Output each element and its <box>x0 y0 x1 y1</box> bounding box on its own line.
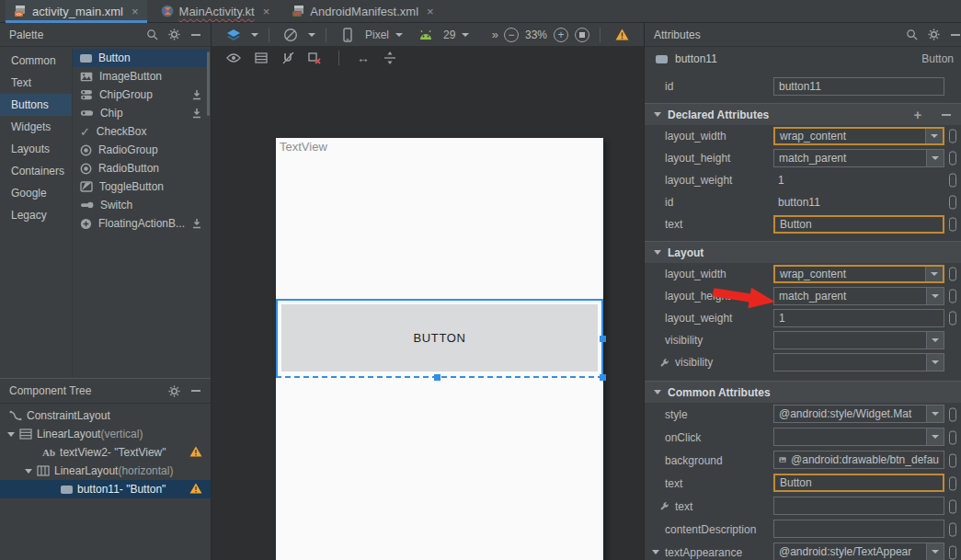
category-layouts[interactable]: Layouts <box>0 138 72 160</box>
palette-item-togglebutton[interactable]: ToggleButton <box>73 177 210 196</box>
tools-attribute-toggle[interactable] <box>949 312 956 326</box>
resize-handle-corner[interactable] <box>600 374 606 381</box>
tree-node-button11[interactable]: button11- "Button" <box>0 480 211 498</box>
palette-item-chipgroup[interactable]: ChipGroup <box>73 86 210 104</box>
api-selector[interactable]: 29 <box>443 29 455 41</box>
remove-attribute-button[interactable] <box>935 106 957 124</box>
tools-attribute-toggle[interactable] <box>949 218 956 232</box>
tab-mainactivity-kt[interactable]: MainActivity.kt × <box>153 0 279 22</box>
text-input[interactable]: Button <box>773 215 944 234</box>
layout-height-dropdown[interactable]: match_parent <box>773 287 944 305</box>
resize-handle-bottom[interactable] <box>434 374 440 381</box>
zoom-in-button[interactable]: + <box>554 28 568 42</box>
collapse-icon[interactable] <box>654 390 661 394</box>
hide-panel-icon[interactable] <box>185 26 207 44</box>
collapse-icon[interactable] <box>7 432 15 437</box>
tools-attribute-toggle[interactable] <box>949 174 956 188</box>
warnings-errors-icon[interactable] <box>611 26 633 44</box>
layout-width-dropdown[interactable]: wrap_content <box>773 265 944 283</box>
add-attribute-button[interactable]: + <box>907 106 929 124</box>
palette-item-radiobutton[interactable]: RadioButton <box>73 159 210 177</box>
clear-constraints-icon[interactable] <box>308 51 321 64</box>
chevron-down-icon[interactable] <box>926 406 944 422</box>
chevron-down-icon[interactable] <box>925 129 943 143</box>
warning-icon[interactable] <box>189 483 202 494</box>
gear-icon[interactable] <box>163 382 185 400</box>
orientation-icon[interactable] <box>280 26 302 44</box>
tools-text-input[interactable] <box>773 497 944 515</box>
palette-item-imagebutton[interactable]: ImageButton <box>73 67 210 86</box>
section-declared-attributes[interactable]: Declared Attributes + <box>645 103 961 125</box>
tools-attribute-toggle[interactable] <box>949 453 956 467</box>
device-icon[interactable] <box>337 26 359 44</box>
tools-attribute-toggle[interactable] <box>949 522 956 536</box>
category-containers[interactable]: Containers <box>0 160 72 182</box>
default-margins-icon[interactable] <box>383 51 396 64</box>
layout-weight-input[interactable]: 1 <box>773 309 944 327</box>
chevron-down-icon[interactable] <box>308 33 315 37</box>
tools-attribute-toggle[interactable] <box>949 499 956 513</box>
visibility-dropdown[interactable] <box>773 331 944 349</box>
palette-item-switch[interactable]: Switch <box>73 196 210 214</box>
onclick-dropdown[interactable] <box>773 428 944 446</box>
tools-attribute-toggle[interactable] <box>949 430 956 444</box>
resize-handle-right[interactable] <box>600 336 606 342</box>
id-input[interactable]: button11 <box>773 77 944 96</box>
collapse-icon[interactable] <box>654 250 661 255</box>
layout-width-dropdown[interactable]: wrap_content <box>773 127 944 145</box>
overflow-chevrons-icon[interactable]: » <box>492 28 498 41</box>
textview-widget[interactable]: TextView <box>280 140 327 154</box>
category-widgets[interactable]: Widgets <box>0 116 72 138</box>
chevron-down-icon[interactable] <box>926 354 944 371</box>
palette-scrollbar[interactable] <box>207 51 210 116</box>
layout-height-dropdown[interactable]: match_parent <box>773 149 944 167</box>
collapse-icon[interactable] <box>25 469 32 474</box>
section-layout[interactable]: Layout <box>645 241 961 263</box>
tools-visibility-dropdown[interactable] <box>773 353 944 371</box>
tab-activity-main-xml[interactable]: activity_main.xml × <box>6 0 147 22</box>
category-google[interactable]: Google <box>0 182 72 204</box>
search-icon[interactable] <box>141 26 163 44</box>
tab-close-icon[interactable]: × <box>263 5 270 18</box>
device-screen-canvas[interactable]: TextView BUTTON <box>276 138 603 560</box>
palette-item-floatingactionbutton[interactable]: FloatingActionB... <box>73 214 210 233</box>
tools-attribute-toggle[interactable] <box>949 407 956 421</box>
section-common-attributes[interactable]: Common Attributes <box>645 381 961 403</box>
tree-node-textview2[interactable]: Ab textView2- "TextView" <box>0 443 211 462</box>
chevron-down-icon[interactable] <box>251 33 258 37</box>
chevron-down-icon[interactable] <box>926 288 944 304</box>
background-input[interactable]: @android:drawable/btn_defau <box>773 451 944 469</box>
zoom-to-fit-button[interactable] <box>575 28 589 42</box>
download-icon[interactable] <box>191 108 202 119</box>
design-mode-icon[interactable] <box>223 26 245 44</box>
category-text[interactable]: Text <box>0 72 72 94</box>
chevron-down-icon[interactable] <box>462 33 469 37</box>
selection-rectangle[interactable]: BUTTON <box>276 299 603 378</box>
palette-item-radiogroup[interactable]: RadioGroup <box>73 141 210 159</box>
gear-icon[interactable] <box>922 26 944 44</box>
tree-node-linearlayout-vertical[interactable]: LinearLayout(vertical) <box>0 425 211 443</box>
tree-node-constraintlayout[interactable]: ConstraintLayout <box>0 406 211 425</box>
autoconnect-off-icon[interactable] <box>281 51 294 64</box>
tab-androidmanifest-xml[interactable]: AndroidManifest.xml × <box>283 0 441 22</box>
category-legacy[interactable]: Legacy <box>0 204 72 226</box>
download-icon[interactable] <box>191 218 202 229</box>
palette-item-chip[interactable]: Chip <box>73 104 210 122</box>
tree-node-linearlayout-horizontal[interactable]: LinearLayout(horizontal) <box>0 462 211 480</box>
tools-attribute-toggle[interactable] <box>949 268 956 281</box>
textappearance-dropdown[interactable]: @android:style/TextAppear <box>773 543 944 560</box>
hide-panel-icon[interactable] <box>944 26 961 44</box>
attribute-value[interactable]: 1 <box>778 174 784 187</box>
device-selector[interactable]: Pixel <box>365 29 389 41</box>
view-options-icon[interactable] <box>226 53 241 63</box>
gear-icon[interactable] <box>163 26 185 44</box>
tab-close-icon[interactable]: × <box>427 5 434 18</box>
search-icon[interactable] <box>900 26 922 44</box>
tools-attribute-toggle[interactable] <box>949 130 956 143</box>
palette-item-checkbox[interactable]: ✓ CheckBox <box>73 122 210 141</box>
button-widget[interactable]: BUTTON <box>281 304 598 371</box>
text-input[interactable]: Button <box>773 474 944 492</box>
tools-attribute-toggle[interactable] <box>949 545 956 559</box>
category-buttons[interactable]: Buttons <box>0 94 72 116</box>
palette-item-button[interactable]: Button <box>73 49 210 67</box>
